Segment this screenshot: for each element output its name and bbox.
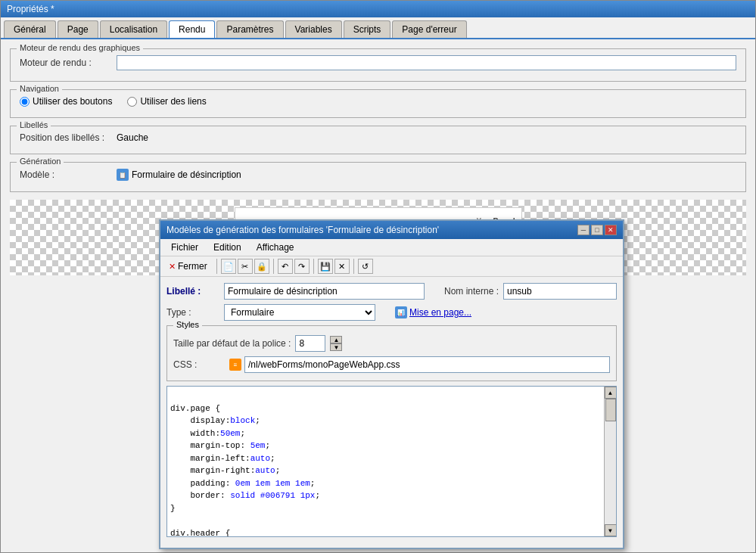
maximize-button[interactable]: □ (591, 225, 603, 235)
styles-group-title: Styles (173, 320, 202, 329)
css-editor[interactable]: div.page { display:block; width:50em; ma… (166, 386, 617, 537)
minimize-button[interactable]: ─ (577, 225, 590, 235)
spinner-up[interactable]: ▲ (330, 336, 342, 343)
libelle-input[interactable] (224, 283, 425, 300)
toolbar-refresh-btn[interactable]: ↺ (358, 259, 373, 274)
css-content[interactable]: div.page { display:block; width:50em; ma… (167, 387, 604, 536)
modal-overlay: Modèles de génération des formulaires 'F… (0, 0, 756, 553)
modal-menu: Fichier Edition Affichage (160, 239, 623, 256)
libelle-label: Libellé : (166, 286, 219, 297)
close-button[interactable]: ✕ (605, 225, 617, 235)
toolbar-undo-btn[interactable]: ↶ (278, 259, 293, 274)
type-select[interactable]: Formulaire (224, 304, 375, 321)
fermer-button[interactable]: ✕ Fermer (163, 259, 213, 274)
toolbar-cut-btn[interactable]: ✂ (238, 259, 253, 274)
taille-spinner[interactable]: ▲ ▼ (330, 336, 342, 351)
modal-title-bar: Modèles de génération des formulaires 'F… (160, 221, 623, 239)
toolbar-lock-btn[interactable]: 🔒 (254, 259, 269, 274)
styles-group: Styles Taille par défaut de la police : … (166, 325, 617, 381)
mise-en-page-button[interactable]: 📊 Mise en page... (395, 306, 471, 318)
css-file-icon: ≡ (229, 359, 241, 371)
menu-fichier[interactable]: Fichier (163, 241, 206, 254)
toolbar-save-btn[interactable]: 💾 (318, 259, 333, 274)
modal-toolbar: ✕ Fermer 📄 ✂ 🔒 ↶ ↷ 💾 ✕ ↺ (160, 256, 623, 277)
modal-body: Libellé : Nom interne : Type : Formulair… (160, 277, 623, 548)
spinner-down[interactable]: ▼ (330, 343, 342, 351)
css-file-input[interactable] (244, 356, 610, 373)
scroll-up[interactable]: ▲ (605, 387, 617, 399)
css-file-row: CSS : ≡ (173, 356, 610, 373)
toolbar-new-btn[interactable]: 📄 (221, 259, 236, 274)
close-icon: ✕ (169, 262, 176, 272)
modal-title: Modèles de génération des formulaires 'F… (166, 225, 439, 235)
toolbar-separator-4 (353, 259, 354, 274)
modal-title-buttons: ─ □ ✕ (577, 225, 617, 235)
taille-input[interactable] (295, 335, 325, 352)
taille-label: Taille par défaut de la police : (173, 338, 291, 349)
toolbar-delete-btn[interactable]: ✕ (334, 259, 350, 274)
nom-interne-input[interactable] (503, 283, 617, 300)
toolbar-separator-2 (273, 259, 274, 274)
scroll-down[interactable]: ▼ (605, 524, 617, 536)
toolbar-separator-1 (216, 259, 217, 274)
page-layout-icon: 📊 (395, 306, 407, 318)
menu-affichage[interactable]: Affichage (249, 241, 302, 254)
type-row: Type : Formulaire 📊 Mise en page... (166, 304, 617, 321)
taille-row: Taille par défaut de la police : ▲ ▼ (173, 335, 610, 352)
scroll-thumb[interactable] (605, 399, 616, 421)
toolbar-separator-3 (313, 259, 314, 274)
modal-dialog: Modèles de génération des formulaires 'F… (159, 219, 624, 549)
toolbar-redo-btn[interactable]: ↷ (294, 259, 310, 274)
libelle-row: Libellé : Nom interne : (166, 283, 617, 300)
nom-interne-label: Nom interne : (444, 286, 499, 297)
css-label: CSS : (173, 359, 226, 370)
scroll-track (605, 399, 616, 524)
type-label: Type : (166, 307, 219, 318)
menu-edition[interactable]: Edition (206, 241, 249, 254)
css-scrollbar[interactable]: ▲ ▼ (604, 387, 616, 536)
